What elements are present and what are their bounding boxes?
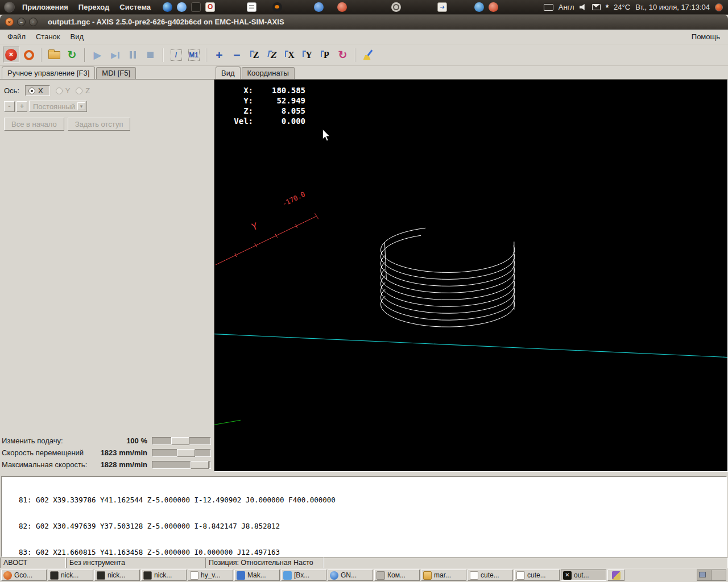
tab-manual-control[interactable]: Ручное управление [F3] — [2, 66, 95, 79]
workspace-1[interactable] — [697, 570, 712, 580]
blender-icon[interactable] — [272, 2, 282, 12]
workspace-2[interactable] — [712, 570, 726, 580]
menu-view[interactable]: Вид — [65, 30, 89, 43]
feed-override-slider[interactable] — [152, 437, 211, 445]
gcode-line[interactable]: 81: G02 X39.339786 Y41.162544 Z-5.000000… — [19, 496, 726, 504]
menu-places[interactable]: Переход — [73, 1, 115, 13]
gcode-line[interactable]: 82: G02 X30.497639 Y37.503128 Z-5.000000… — [19, 522, 726, 530]
run-button[interactable]: ▶ — [89, 47, 106, 63]
open-file-button[interactable] — [46, 47, 63, 63]
session-menu-icon[interactable] — [715, 3, 723, 11]
menu-machine[interactable]: Станок — [31, 30, 65, 43]
pause-button[interactable] — [125, 47, 141, 63]
rotate-view-button[interactable]: ↻ — [334, 47, 351, 63]
jog-plus-button[interactable]: + — [16, 101, 27, 112]
keyboard-indicator-icon[interactable] — [544, 4, 553, 11]
keyboard-layout[interactable]: Англ — [559, 3, 574, 11]
preview-panel: Вид Координаты -170. — [214, 66, 728, 472]
taskbar-button[interactable]: GN... — [328, 569, 373, 581]
view-top-rotated-button[interactable]: Z — [264, 47, 280, 63]
distro-logo-icon[interactable] — [4, 2, 15, 13]
left-tabs: Ручное управление [F3] MDI [F5] — [0, 66, 214, 79]
opera-icon[interactable] — [489, 2, 498, 12]
terminal-icon[interactable] — [191, 2, 201, 12]
taskbar-button[interactable]: hy_v... — [188, 569, 233, 581]
home-all-button[interactable]: Все в начало — [4, 118, 64, 131]
slider-thumb[interactable] — [177, 449, 195, 457]
slider-thumb[interactable] — [191, 461, 209, 469]
openoffice-icon[interactable] — [205, 2, 215, 12]
zoom-in-button[interactable]: + — [211, 47, 228, 63]
jog-minus-button[interactable]: - — [4, 101, 15, 112]
step-button[interactable]: ▶ — [107, 47, 123, 63]
taskbar-button[interactable]: nick... — [94, 569, 140, 581]
jog-increment-dropdown[interactable]: Постоянный ▾ — [29, 101, 87, 112]
menu-file[interactable]: Файл — [2, 30, 31, 43]
view-perspective-button[interactable]: P — [317, 47, 333, 63]
dro-x-row: X:180.585 — [227, 85, 305, 95]
clock[interactable]: Вт., 10 июля, 17:13:04 — [635, 3, 710, 11]
temperature[interactable]: 24°C — [614, 3, 630, 11]
zoom-out-button[interactable]: − — [229, 47, 245, 63]
taskbar-button[interactable]: cute... — [514, 569, 560, 581]
clear-plot-button[interactable] — [360, 47, 377, 63]
mail-icon[interactable] — [592, 4, 601, 10]
gcode-listing[interactable]: 81: G02 X39.339786 Y41.162544 Z-5.000000… — [1, 476, 727, 557]
taskbar-label: Gco... — [14, 571, 32, 579]
taskbar-button[interactable]: nick... — [48, 569, 93, 581]
thunderbird-icon[interactable] — [474, 2, 484, 12]
browser-icon[interactable] — [163, 2, 172, 12]
skip-lines-toggle[interactable]: / — [168, 47, 184, 63]
app-swirl-red-icon[interactable] — [337, 2, 347, 12]
taskbar-button[interactable]: Ком... — [374, 569, 420, 581]
tab-mdi[interactable]: MDI [F5] — [96, 67, 136, 79]
window-maximize-button[interactable]: ▫ — [29, 18, 38, 26]
slider-thumb[interactable] — [171, 437, 189, 445]
document-editor-icon[interactable] — [247, 2, 257, 12]
taskbar-button[interactable]: nick... — [141, 569, 187, 581]
share-icon[interactable] — [437, 2, 447, 12]
axis-radio-x[interactable]: X — [25, 85, 50, 96]
jog-speed-slider[interactable] — [152, 449, 211, 457]
taskbar-button-active[interactable]: out... — [561, 569, 606, 581]
dro-z-label: Z: — [227, 106, 253, 116]
view-top-button[interactable]: Z — [246, 47, 263, 63]
window-minimize-button[interactable]: – — [17, 18, 26, 26]
volume-icon[interactable] — [580, 4, 587, 11]
taskbar-button-image-viewer[interactable] — [607, 569, 624, 581]
taskbar-button[interactable]: Gco... — [1, 569, 47, 581]
machine-power-button[interactable] — [20, 47, 37, 63]
search-icon[interactable] — [391, 2, 401, 12]
axis-radio-y[interactable]: Y — [56, 86, 71, 95]
menu-system[interactable]: Система — [114, 1, 156, 13]
max-velocity-slider[interactable] — [152, 461, 211, 469]
terminal-icon — [143, 571, 152, 580]
computer-icon — [377, 571, 385, 580]
taskbar-button[interactable]: mar... — [421, 569, 466, 581]
taskbar-button[interactable]: Mak... — [234, 569, 280, 581]
axis-radio-z[interactable]: Z — [76, 86, 90, 95]
menu-applications[interactable]: Приложения — [17, 1, 73, 13]
jog-speed-label: Скорость перемещений — [2, 448, 84, 457]
estop-button[interactable]: × — [3, 47, 19, 63]
stop-button[interactable] — [142, 47, 159, 63]
taskbar-button[interactable]: [Вх... — [281, 569, 326, 581]
optional-stop-toggle[interactable]: M1 — [185, 47, 202, 63]
window-close-button[interactable]: × — [5, 18, 14, 26]
window-titlebar[interactable]: × – ▫ output1.ngc - AXIS 2.5.0-pre2-626-… — [0, 15, 728, 30]
chat-icon[interactable] — [177, 2, 187, 12]
reload-file-button[interactable]: ↻ — [64, 47, 80, 63]
home-row: Все в начало Задать отступ — [0, 114, 214, 134]
dro-readout: X:180.585 Y:52.949 Z:8.055 Vel:0.000 — [227, 85, 305, 126]
preview-canvas[interactable]: -170.0 Y — [214, 79, 728, 472]
view-top-icon: Z — [250, 50, 259, 60]
menu-help[interactable]: Помощь — [686, 30, 726, 43]
tab-dro[interactable]: Координаты — [242, 67, 295, 79]
view-front-button[interactable]: Y — [299, 47, 316, 63]
tab-preview[interactable]: Вид — [216, 66, 241, 79]
taskbar-button[interactable]: cute... — [468, 569, 513, 581]
app-swirl-blue-icon[interactable] — [314, 2, 324, 12]
gcode-line[interactable]: 83: G02 X21.660815 Y41.163458 Z-5.000000… — [19, 548, 726, 556]
touch-off-button[interactable]: Задать отступ — [68, 118, 131, 131]
view-side-button[interactable]: X — [282, 47, 298, 63]
